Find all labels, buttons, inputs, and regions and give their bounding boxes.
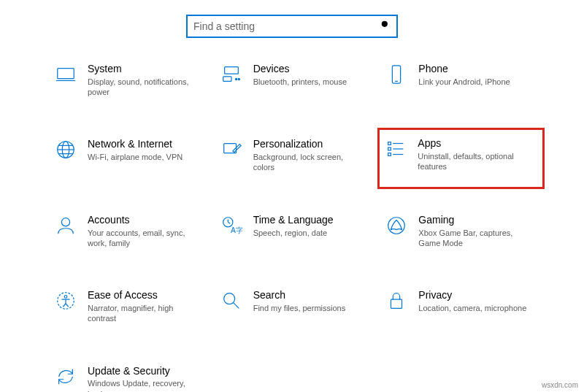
tile-title: Gaming	[418, 214, 528, 226]
svg-line-25	[228, 222, 230, 223]
tile-text: Devices Bluetooth, printers, mouse	[253, 63, 347, 87]
svg-point-0	[382, 21, 388, 27]
tile-phone[interactable]: Phone Link your Android, iPhone	[382, 60, 540, 100]
svg-rect-16	[388, 142, 391, 145]
tile-personalization[interactable]: Personalization Background, lock screen,…	[217, 135, 375, 175]
tile-accounts[interactable]: Accounts Your accounts, email, sync, wor…	[51, 211, 210, 251]
tile-title: Personalization	[253, 138, 363, 150]
tile-desc: Location, camera, microphone	[418, 303, 526, 313]
tile-text: Apps Uninstall, defaults, optional featu…	[418, 137, 527, 172]
tile-system[interactable]: System Display, sound, notifications, po…	[51, 60, 210, 100]
svg-rect-20	[388, 153, 391, 156]
attribution: wsxdn.com	[542, 381, 578, 389]
tile-privacy[interactable]: Privacy Location, camera, microphone	[382, 286, 540, 326]
time-language-icon: A字	[220, 214, 243, 237]
personalization-icon	[220, 138, 243, 161]
svg-point-29	[64, 296, 67, 299]
tile-desc: Windows Update, recovery, backup	[88, 378, 197, 392]
devices-icon	[220, 63, 243, 86]
tile-text: Privacy Location, camera, microphone	[418, 289, 526, 313]
tile-text: Network & Internet Wi-Fi, airplane mode,…	[88, 138, 182, 162]
svg-rect-2	[58, 69, 74, 79]
svg-rect-36	[391, 299, 402, 308]
svg-point-34	[223, 293, 234, 304]
svg-text:A字: A字	[231, 226, 242, 234]
tile-time-language[interactable]: A字 Time & Language Speech, region, date	[217, 211, 375, 251]
search-input[interactable]	[193, 20, 380, 32]
tile-title: Privacy	[418, 289, 526, 301]
tile-text: Update & Security Windows Update, recove…	[88, 365, 197, 392]
tile-text: Ease of Access Narrator, magnifier, high…	[88, 289, 197, 323]
tile-title: Devices	[253, 63, 347, 75]
svg-point-6	[235, 78, 237, 80]
tile-gaming[interactable]: Gaming Xbox Game Bar, captures, Game Mod…	[382, 211, 540, 251]
tile-title: Accounts	[88, 214, 197, 226]
svg-point-22	[61, 218, 69, 226]
tile-desc: Your accounts, email, sync, work, family	[88, 228, 197, 249]
svg-rect-5	[223, 77, 231, 82]
search-wrap	[0, 0, 584, 60]
lock-icon	[385, 289, 408, 312]
tile-desc: Background, lock screen, colors	[253, 152, 363, 173]
search-tile-icon	[220, 289, 243, 312]
tile-apps[interactable]: Apps Uninstall, defaults, optional featu…	[377, 128, 545, 188]
tile-ease-of-access[interactable]: Ease of Access Narrator, magnifier, high…	[51, 286, 210, 326]
tile-desc: Uninstall, defaults, optional features	[418, 151, 527, 172]
svg-rect-4	[224, 67, 238, 74]
tile-text: Time & Language Speech, region, date	[253, 214, 334, 238]
tile-desc: Wi-Fi, airplane mode, VPN	[88, 152, 182, 162]
tile-devices[interactable]: Devices Bluetooth, printers, mouse	[217, 60, 375, 100]
tile-title: Search	[253, 289, 346, 301]
ease-of-access-icon	[54, 289, 77, 312]
tile-title: System	[88, 63, 197, 75]
gaming-icon	[385, 214, 408, 237]
tile-desc: Xbox Game Bar, captures, Game Mode	[418, 228, 528, 249]
apps-icon	[384, 137, 407, 161]
search-box[interactable]	[186, 15, 398, 38]
tile-title: Time & Language	[253, 214, 334, 226]
system-icon	[54, 63, 77, 86]
tile-text: Personalization Background, lock screen,…	[253, 138, 363, 172]
tile-desc: Speech, region, date	[253, 228, 334, 238]
update-icon	[54, 365, 77, 388]
tile-text: Gaming Xbox Game Bar, captures, Game Mod…	[418, 214, 528, 248]
tile-desc: Find my files, permissions	[253, 303, 346, 313]
tile-title: Ease of Access	[88, 289, 197, 301]
tile-text: Phone Link your Android, iPhone	[418, 63, 510, 87]
tile-update-security[interactable]: Update & Security Windows Update, recove…	[51, 362, 210, 392]
search-icon	[380, 20, 391, 33]
svg-line-33	[66, 304, 69, 307]
tile-search[interactable]: Search Find my files, permissions	[217, 286, 375, 326]
tile-title: Update & Security	[88, 365, 197, 377]
tile-title: Apps	[418, 137, 527, 150]
svg-line-32	[63, 304, 66, 307]
accounts-icon	[54, 214, 77, 237]
tile-text: Accounts Your accounts, email, sync, wor…	[88, 214, 197, 248]
tile-desc: Link your Android, iPhone	[418, 77, 510, 87]
svg-rect-18	[388, 148, 391, 151]
svg-point-7	[238, 78, 239, 80]
phone-icon	[385, 63, 408, 86]
tile-desc: Display, sound, notifications, power	[88, 77, 197, 98]
settings-grid: System Display, sound, notifications, po…	[0, 60, 584, 392]
tile-text: System Display, sound, notifications, po…	[88, 63, 197, 97]
tile-network[interactable]: Network & Internet Wi-Fi, airplane mode,…	[51, 135, 210, 175]
tile-desc: Bluetooth, printers, mouse	[253, 77, 347, 87]
svg-rect-8	[393, 66, 401, 83]
tile-desc: Narrator, magnifier, high contrast	[88, 303, 197, 324]
tile-text: Search Find my files, permissions	[253, 289, 346, 313]
globe-icon	[54, 138, 77, 161]
tile-title: Phone	[418, 63, 510, 75]
svg-line-1	[387, 26, 390, 29]
tile-title: Network & Internet	[88, 138, 182, 150]
svg-line-35	[233, 303, 239, 309]
